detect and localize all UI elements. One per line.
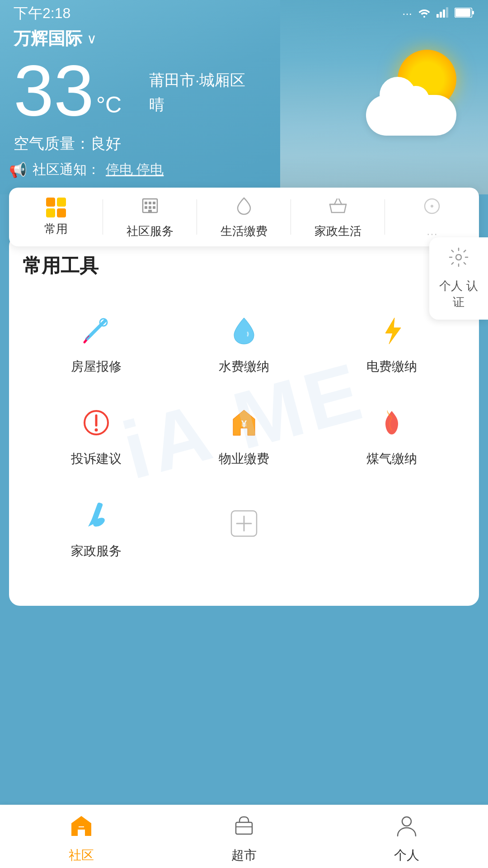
svg-rect-12 (145, 206, 147, 209)
main-content: iA ME 常用工具 房屋报修 (9, 235, 479, 805)
status-icons: ··· (402, 7, 474, 21)
add-icon (224, 503, 264, 544)
tool-gas[interactable]: 煤气缴纳 (318, 389, 465, 481)
tool-housekeep[interactable]: 家政服务 (23, 481, 170, 573)
svg-point-18 (456, 255, 461, 260)
svg-rect-4 (446, 7, 448, 18)
weather-description: 莆田市·城厢区 晴 (149, 70, 245, 115)
cert-label: 个人 认证 (436, 278, 481, 311)
housekeep-icon (76, 495, 117, 535)
location-bar[interactable]: 万辉国际 ∨ (14, 27, 97, 50)
bottom-nav: 社区 超市 个人 (0, 805, 488, 868)
dropdown-arrow-icon: ∨ (87, 31, 97, 47)
svg-rect-2 (440, 12, 442, 18)
gas-icon (371, 402, 412, 443)
building-icon (140, 195, 160, 220)
temperature-value: 33 (14, 54, 94, 127)
grid-icon (46, 198, 66, 217)
property-icon: ¥ (224, 402, 264, 443)
location-name: 万辉国际 (14, 27, 82, 50)
svg-rect-7 (472, 11, 474, 14)
repair-label: 房屋报修 (71, 358, 122, 375)
water-icon (224, 310, 264, 351)
tool-add[interactable] (170, 481, 318, 573)
tool-panel-title: 常用工具 (23, 253, 465, 278)
svg-rect-9 (145, 202, 147, 204)
svg-point-27 (95, 429, 98, 432)
tab-housekeeping-label: 家政生活 (314, 223, 361, 239)
tool-property[interactable]: ¥ 物业缴费 (170, 389, 318, 481)
svg-point-0 (423, 16, 425, 18)
signal-icon (436, 7, 449, 21)
wifi-icon (418, 7, 431, 21)
tab-common-label: 常用 (44, 221, 68, 237)
bottom-nav-community[interactable]: 社区 (0, 810, 163, 864)
tab-community[interactable]: 社区服务 (103, 188, 197, 246)
air-quality: 空气质量：良好 (14, 133, 121, 154)
notice-prefix: 社区通知： (33, 160, 100, 179)
weather-condition: 晴 (149, 94, 245, 115)
more-nav-icon (422, 196, 442, 221)
market-nav-label: 超市 (231, 847, 257, 864)
bottom-nav-personal[interactable]: 个人 (325, 810, 488, 864)
water-drop-nav-icon (234, 195, 254, 220)
svg-text:¥: ¥ (241, 418, 247, 429)
tab-payment[interactable]: 生活缴费 (197, 188, 291, 246)
speaker-icon: 📢 (9, 161, 27, 179)
svg-rect-15 (148, 210, 152, 212)
electric-icon (371, 310, 412, 351)
tools-grid: 房屋报修 水费缴纳 (23, 297, 465, 573)
tab-more-label: … (426, 224, 438, 238)
svg-rect-11 (153, 202, 155, 204)
weather-city: 莆田市·城厢区 (149, 70, 245, 91)
temperature-area: 33°C (14, 54, 122, 127)
settings-icon (448, 246, 469, 273)
svg-rect-14 (153, 206, 155, 209)
tab-payment-label: 生活缴费 (221, 223, 267, 239)
tool-repair[interactable]: 房屋报修 (23, 297, 170, 389)
electric-label: 电费缴纳 (366, 358, 417, 375)
personal-nav-icon (395, 814, 418, 843)
water-label: 水费缴纳 (219, 358, 269, 375)
community-nav-icon (70, 814, 93, 843)
status-time: 下午2:18 (14, 4, 70, 24)
property-label: 物业缴费 (219, 450, 269, 467)
tab-community-label: 社区服务 (127, 223, 174, 239)
complaint-label: 投诉建议 (71, 450, 122, 467)
tool-water[interactable]: 水费缴纳 (170, 297, 318, 389)
bottom-nav-market[interactable]: 超市 (163, 810, 325, 864)
svg-rect-1 (436, 14, 439, 18)
community-nav-label: 社区 (69, 847, 94, 864)
battery-icon (455, 7, 474, 21)
weather-icon (366, 50, 465, 140)
svg-rect-10 (149, 202, 151, 204)
svg-rect-34 (236, 822, 252, 834)
tool-panel: iA ME 常用工具 房屋报修 (9, 235, 479, 606)
temperature-unit: °C (96, 92, 122, 118)
repair-icon (76, 310, 117, 351)
svg-point-17 (431, 205, 433, 208)
nav-tabs: 常用 社区服务 生活缴费 (9, 188, 479, 246)
community-notice: 📢 社区通知： 停电 停电 (9, 160, 164, 179)
personal-nav-label: 个人 (394, 847, 419, 864)
tab-housekeeping[interactable]: 家政生活 (291, 188, 385, 246)
svg-line-20 (91, 321, 105, 335)
personal-cert-panel[interactable]: 个人 认证 (429, 237, 488, 320)
svg-point-36 (402, 817, 411, 826)
svg-rect-6 (455, 9, 470, 17)
market-nav-icon (232, 814, 256, 843)
gas-label: 煤气缴纳 (366, 450, 417, 467)
cloud-icon (366, 95, 456, 136)
tab-common[interactable]: 常用 (9, 188, 103, 246)
more-icon: ··· (402, 7, 412, 21)
tool-complaint[interactable]: 投诉建议 (23, 389, 170, 481)
svg-rect-3 (443, 9, 445, 18)
notice-content: 停电 停电 (106, 160, 164, 179)
basket-icon (328, 195, 348, 220)
status-bar: 下午2:18 ··· (0, 0, 488, 27)
housekeep-label: 家政服务 (71, 542, 122, 560)
complaint-icon (76, 402, 117, 443)
svg-rect-13 (149, 206, 151, 209)
